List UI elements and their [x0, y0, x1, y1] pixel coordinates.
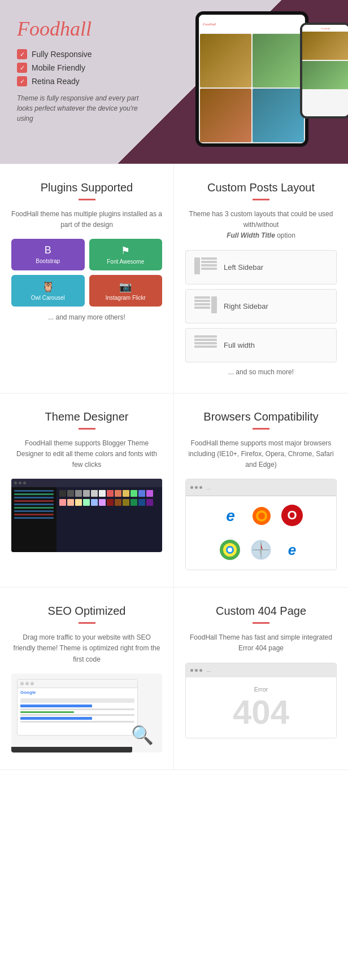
phone-image-1	[302, 32, 348, 60]
tablet-image-3	[200, 89, 251, 142]
color-swatch	[67, 499, 74, 506]
color-row	[107, 499, 153, 506]
color-swatch	[115, 499, 121, 506]
chrome-icon	[219, 539, 241, 561]
plugin-fontawesome: ⚑ Font Awesome	[89, 239, 163, 270]
color-row	[59, 490, 106, 497]
page404-description: FoodHall Theme has fast and simple integ…	[185, 632, 337, 654]
color-swatch	[107, 490, 114, 497]
code-line	[14, 493, 54, 495]
color-swatch	[123, 499, 129, 506]
color-swatch	[138, 490, 145, 497]
toolbar-dots-label: ...	[207, 667, 211, 673]
tablet-image-4	[253, 89, 304, 142]
browsers-description: FoodHall theme supports most major brows…	[185, 438, 337, 471]
theme-designer-section: Theme Designer FoodHall theme supports B…	[0, 393, 174, 588]
color-swatch	[91, 499, 98, 506]
code-line	[14, 490, 54, 492]
toolbar-dot	[190, 669, 193, 672]
code-line	[14, 507, 54, 509]
color-row	[59, 499, 106, 506]
hero-section: Foodhall ✓ Fully Responsive ✓ Mobile Fri…	[0, 0, 348, 164]
error404-toolbar: ...	[186, 663, 336, 677]
full-width-icon	[194, 335, 217, 355]
mockup-content	[11, 487, 162, 552]
color-swatches	[59, 490, 159, 507]
plugins-title: Plugins Supported	[11, 181, 162, 194]
error-label: Error	[194, 686, 328, 693]
google-text: Google	[18, 688, 137, 697]
instagram-label: Instagram Flickr	[106, 295, 146, 301]
color-swatch	[75, 499, 82, 506]
custom-posts-description: Theme has 3 custom layouts that could be…	[185, 209, 337, 242]
seo-result-link-2	[20, 717, 92, 720]
browser-icons-row-2: e	[186, 533, 336, 567]
mockup-color-panel	[56, 487, 162, 552]
phone-mockup: Foodhall	[300, 23, 348, 119]
error404-mockup: ... Error 404	[185, 663, 337, 738]
layouts-more: ... and so much more!	[185, 368, 337, 376]
toolbar-dot	[25, 682, 29, 685]
color-swatch	[83, 490, 90, 497]
fontawesome-icon: ⚑	[94, 244, 158, 257]
page404-divider	[253, 622, 269, 624]
left-sidebar-label: Left Sidebar	[224, 263, 263, 272]
color-swatch	[99, 499, 106, 506]
plugin-owlcarousel: 🦉 Owl Carousel	[11, 275, 85, 307]
seo-description: Drag more traffic to your website with S…	[11, 632, 162, 665]
owlcarousel-label: Owl Carousel	[31, 295, 65, 301]
seo-result-link	[20, 705, 92, 707]
firefox-icon	[250, 505, 273, 527]
code-line	[14, 517, 54, 519]
seo-divider	[79, 622, 95, 624]
mockup-code-sidebar	[11, 487, 56, 552]
browser-dot-1	[190, 486, 193, 489]
color-swatch	[123, 490, 129, 497]
search-bar-mockup	[20, 698, 134, 703]
check-icon: ✓	[17, 49, 27, 59]
color-swatch	[146, 499, 153, 506]
color-swatch	[91, 490, 98, 497]
browser-dot-3	[199, 486, 202, 489]
check-icon: ✓	[17, 63, 27, 73]
color-swatch	[146, 490, 153, 497]
code-line	[14, 514, 54, 515]
seo-browser-toolbar	[18, 680, 137, 688]
ie-icon: e	[219, 505, 242, 527]
opera-icon: O	[281, 505, 303, 526]
code-line	[14, 497, 54, 498]
color-swatch	[115, 490, 121, 497]
code-line	[14, 500, 54, 502]
edge-icon: e	[281, 539, 303, 561]
phone-image-2	[302, 61, 348, 89]
browser-dot-2	[195, 486, 198, 489]
full-width-label: Full width	[224, 341, 255, 349]
toolbar-dot-1	[14, 482, 17, 484]
color-swatch	[75, 490, 82, 497]
tablet-image-1	[200, 34, 251, 88]
browser-icons-row-1: e O	[186, 499, 336, 533]
browser-toolbar: ...	[186, 479, 336, 496]
code-line	[14, 510, 54, 512]
color-row	[107, 490, 153, 497]
toolbar-dot	[20, 682, 24, 685]
seo-section: SEO Optimized Drag more traffic to your …	[0, 588, 174, 770]
browser-mockup-container: ... e O	[185, 479, 337, 570]
plugin-grid: B Bootstrap ⚑ Font Awesome 🦉 Owl Carouse…	[11, 239, 162, 307]
bootstrap-icon: B	[16, 244, 80, 256]
mockup-toolbar	[11, 479, 162, 487]
color-swatch	[67, 490, 74, 497]
seo-mockup: Google 🔍	[11, 673, 162, 753]
toolbar-dot	[199, 669, 202, 672]
color-swatch	[59, 490, 66, 497]
toolbar-dot-2	[19, 482, 21, 484]
tablet-header: Foodhall	[200, 16, 304, 33]
fontawesome-label: Font Awesome	[107, 259, 144, 265]
seo-result-text	[20, 721, 134, 723]
theme-designer-description: FoodHall theme supports Blogger Theme De…	[11, 438, 162, 471]
color-swatch	[138, 499, 145, 506]
magnifier-icon: 🔍	[131, 724, 154, 747]
plugin-bootstrap: B Bootstrap	[11, 239, 85, 270]
code-line	[14, 504, 54, 505]
page404-title: Custom 404 Page	[185, 605, 337, 618]
